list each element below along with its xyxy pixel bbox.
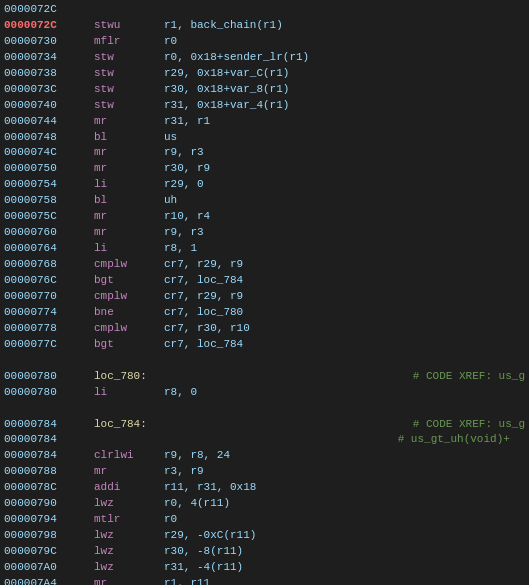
address: 00000784	[4, 417, 94, 433]
instruction-line[interactable]: 00000748blus	[0, 130, 529, 146]
address: 0000079C	[4, 544, 94, 560]
instruction-line[interactable]: 0000079Clwzr30, -8(r11)	[0, 544, 529, 560]
mnemonic: bgt	[94, 337, 164, 353]
address: 00000744	[4, 114, 94, 130]
address: 0000078C	[4, 480, 94, 496]
address: 00000794	[4, 512, 94, 528]
instruction-line[interactable]: 000007A4mrr1, r11	[0, 576, 529, 585]
mnemonic: mr	[94, 464, 164, 480]
address: 0000073C	[4, 82, 94, 98]
instruction-line[interactable]: 0000074Cmrr9, r3	[0, 145, 529, 161]
comment-text: # CODE XREF: us_g	[413, 417, 525, 433]
address: 0000075C	[4, 209, 94, 225]
operands: cr7, r30, r10	[164, 321, 525, 337]
instruction-line[interactable]: 00000780lir8, 0	[0, 385, 529, 401]
mnemonic: bl	[94, 130, 164, 146]
address: 00000734	[4, 50, 94, 66]
instruction-line[interactable]: 000007A0lwzr31, -4(r11)	[0, 560, 529, 576]
operands: r0	[164, 512, 525, 528]
instruction-line[interactable]: 0000073Cstwr30, 0x18+var_8(r1)	[0, 82, 529, 98]
label-line: 00000780loc_780:# CODE XREF: us_g	[0, 369, 529, 385]
address: 00000730	[4, 34, 94, 50]
mnemonic: mtlr	[94, 512, 164, 528]
mnemonic: addi	[94, 480, 164, 496]
instruction-line[interactable]: 0000077Cbgtcr7, loc_784	[0, 337, 529, 353]
operands: r31, -4(r11)	[164, 560, 525, 576]
address: 00000768	[4, 257, 94, 273]
mnemonic: mr	[94, 145, 164, 161]
operands: r1, r11	[164, 576, 525, 585]
instruction-line[interactable]: 00000794mtlrr0	[0, 512, 529, 528]
instruction-line[interactable]: 00000754lir29, 0	[0, 177, 529, 193]
mnemonic: cmplw	[94, 257, 164, 273]
address: 0000077C	[4, 337, 94, 353]
instruction-line[interactable]: 00000774bnecr7, loc_780	[0, 305, 529, 321]
mnemonic: stw	[94, 82, 164, 98]
instruction-line[interactable]: 00000788mrr3, r9	[0, 464, 529, 480]
address: 00000780	[4, 369, 94, 385]
mnemonic: mr	[94, 225, 164, 241]
instruction-line[interactable]: 00000798lwzr29, -0xC(r11)	[0, 528, 529, 544]
instruction-line[interactable]: 00000764lir8, 1	[0, 241, 529, 257]
mnemonic: stw	[94, 66, 164, 82]
instruction-line[interactable]: 00000730mflrr0	[0, 34, 529, 50]
instruction-line[interactable]: 00000784clrlwir9, r8, 24	[0, 448, 529, 464]
address: 00000774	[4, 305, 94, 321]
instruction-line[interactable]: 00000770cmplwcr7, r29, r9	[0, 289, 529, 305]
operands: cr7, r29, r9	[164, 257, 525, 273]
address: 000007A4	[4, 576, 94, 585]
operands: r30, -8(r11)	[164, 544, 525, 560]
operands: r3, r9	[164, 464, 525, 480]
instruction-line[interactable]: 00000768cmplwcr7, r29, r9	[0, 257, 529, 273]
instruction-line[interactable]: 0000072Cstwur1, back_chain(r1)	[0, 18, 529, 34]
instruction-line[interactable]: 00000734stwr0, 0x18+sender_lr(r1)	[0, 50, 529, 66]
instruction-line[interactable]: 00000740stwr31, 0x18+var_4(r1)	[0, 98, 529, 114]
mnemonic: cmplw	[94, 289, 164, 305]
plain-line: 0000072C	[0, 2, 529, 18]
address: 00000748	[4, 130, 94, 146]
address: 00000758	[4, 193, 94, 209]
mnemonic: lwz	[94, 544, 164, 560]
address: 00000790	[4, 496, 94, 512]
mnemonic: mr	[94, 114, 164, 130]
instruction-line[interactable]: 00000758bluh	[0, 193, 529, 209]
operands: r29, -0xC(r11)	[164, 528, 525, 544]
mnemonic: lwz	[94, 528, 164, 544]
operands: r29, 0	[164, 177, 525, 193]
operands: r8, 0	[164, 385, 525, 401]
operands: r30, 0x18+var_8(r1)	[164, 82, 525, 98]
instruction-line[interactable]: 0000075Cmrr10, r4	[0, 209, 529, 225]
address: 00000760	[4, 225, 94, 241]
operands: r0, 4(r11)	[164, 496, 525, 512]
instruction-line[interactable]: 00000760mrr9, r3	[0, 225, 529, 241]
address: 00000764	[4, 241, 94, 257]
operands: r10, r4	[164, 209, 525, 225]
address: 00000798	[4, 528, 94, 544]
instruction-line[interactable]: 0000078Caddir11, r31, 0x18	[0, 480, 529, 496]
operands: cr7, loc_784	[164, 337, 525, 353]
empty-line	[0, 353, 529, 369]
address: 00000780	[4, 385, 94, 401]
operands: r31, 0x18+var_4(r1)	[164, 98, 525, 114]
mnemonic: clrlwi	[94, 448, 164, 464]
mnemonic: bgt	[94, 273, 164, 289]
mnemonic: lwz	[94, 496, 164, 512]
mnemonic: mr	[94, 209, 164, 225]
instruction-line[interactable]: 00000778cmplwcr7, r30, r10	[0, 321, 529, 337]
mnemonic: cmplw	[94, 321, 164, 337]
instruction-line[interactable]: 00000738stwr29, 0x18+var_C(r1)	[0, 66, 529, 82]
address: 00000750	[4, 161, 94, 177]
operands: r0	[164, 34, 525, 50]
instruction-line[interactable]: 0000076Cbgtcr7, loc_784	[0, 273, 529, 289]
address: 00000784	[4, 432, 94, 448]
operands: uh	[164, 193, 525, 209]
operands: us	[164, 130, 525, 146]
operands: r9, r8, 24	[164, 448, 525, 464]
mnemonic: li	[94, 177, 164, 193]
instruction-line[interactable]: 00000790lwzr0, 4(r11)	[0, 496, 529, 512]
operands: r9, r3	[164, 225, 525, 241]
instruction-line[interactable]: 00000750mrr30, r9	[0, 161, 529, 177]
instruction-line[interactable]: 00000744mrr31, r1	[0, 114, 529, 130]
comment-line: 00000784 # us_gt_uh(void)+	[0, 432, 529, 448]
mnemonic: mr	[94, 161, 164, 177]
